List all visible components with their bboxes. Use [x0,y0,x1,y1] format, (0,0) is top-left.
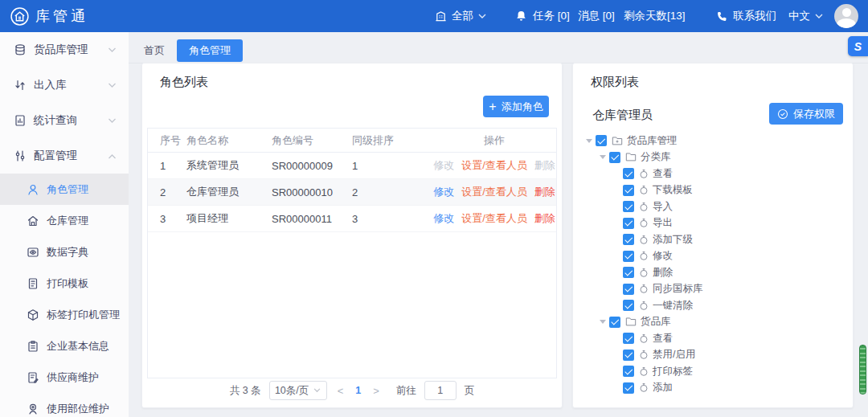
tree-node-label[interactable]: 删除 [653,266,673,280]
sidebar-subitem-5[interactable]: 企业基本信息 [0,330,129,362]
save-permissions-button[interactable]: 保存权限 [769,103,843,125]
tree-checkbox[interactable] [623,234,634,245]
set-view-members-link[interactable]: 设置/查看人员 [461,211,527,226]
tree-checkbox[interactable] [623,284,634,295]
row-index: 2 [148,186,186,198]
printer-icon [27,309,39,321]
goto-page-input[interactable] [424,381,457,400]
tree-node-label[interactable]: 导出 [653,216,673,230]
tree-node-label[interactable]: 禁用/启用 [653,348,695,362]
add-role-button[interactable]: + 添加角色 [483,96,549,117]
tree-node-label[interactable]: 添加下级 [653,233,693,247]
delete-link[interactable]: 删除 [534,185,555,199]
tree-checkbox[interactable] [623,366,634,377]
delete-link[interactable]: 删除 [534,211,555,226]
set-view-members-link[interactable]: 设置/查看人员 [461,185,527,199]
leaf-icon [639,218,649,228]
tree-node-label[interactable]: 同步国标库 [653,282,703,296]
bell-icon [515,10,527,22]
tree-checkbox[interactable] [596,135,607,146]
tree-checkbox[interactable] [623,201,634,212]
contact-us-link[interactable]: 联系我们 [716,0,776,32]
role-table: 序号角色名称角色编号同级排序操作 1系统管理员SR000000091修改设置/查… [147,128,557,378]
tree-node-label[interactable]: 打印标签 [653,365,693,378]
tab-bar: 首页角色管理 [129,39,868,63]
next-page-button[interactable]: > [371,385,382,397]
tree-node-label[interactable]: 货品库 [641,315,671,329]
permission-title: 权限列表 [591,75,639,90]
tree-node-label[interactable]: 货品库管理 [627,134,678,148]
prev-page-button[interactable]: < [335,385,346,397]
tree-checkbox[interactable] [623,333,634,344]
tree-checkbox[interactable] [623,267,634,278]
inout-icon [14,79,27,92]
tree-checkbox[interactable] [609,317,620,328]
sidebar-item-2[interactable]: 统计查询 [0,103,129,138]
tree-checkbox[interactable] [623,168,634,179]
tab-1[interactable]: 角色管理 [177,39,243,62]
tree-expand-caret[interactable] [596,152,609,162]
user-avatar[interactable] [834,0,858,32]
sidebar-subitem-1[interactable]: 仓库管理 [0,205,129,236]
tree-node-label[interactable]: 添加 [653,381,673,395]
notification-bell[interactable] [515,0,527,32]
main-content: 首页角色管理 角色列表 + 添加角色 序号角色名称角色编号同级排序操作 1系统管… [129,32,868,417]
app-logo-icon [10,6,30,27]
leaf-icon [639,251,649,261]
chevron-down-icon [108,83,117,88]
page-number[interactable]: 1 [354,385,362,396]
sidebar-item-3[interactable]: 配置管理 [0,138,129,174]
tasks-link[interactable]: 任务 [0] [533,0,570,32]
tree-expand-caret[interactable] [583,136,596,146]
floating-extension-button[interactable]: S [848,36,868,56]
tree-node-label[interactable]: 导入 [653,200,673,214]
tree-node-label[interactable]: 查看 [653,167,673,181]
modify-link[interactable]: 修改 [433,185,454,199]
page-size-select[interactable]: 10条/页 [269,381,327,400]
sidebar-subitem-label: 标签打印机管理 [47,308,120,322]
days-left-badge[interactable]: 剩余天数[13] [624,0,686,32]
tree-node-label[interactable]: 分类库 [641,150,671,164]
goto-label: 前往 [396,384,416,398]
sidebar-item-1[interactable]: 出入库 [0,67,129,103]
app-name: 库管通 [35,6,88,26]
permission-panel: 权限列表 仓库管理员 保存权限 货品库管理分类库查看下载模板导入导出添加下级修改… [572,63,854,408]
language-selector[interactable]: 中文 [788,0,823,32]
tree-checkbox[interactable] [623,218,634,229]
permission-tree: 货品库管理分类库查看下载模板导入导出添加下级修改删除同步国标库一键清除货品库查看… [581,133,848,403]
tree-checkbox[interactable] [623,185,634,196]
building-icon [435,10,447,22]
sidebar-subitem-2[interactable]: 数据字典 [0,236,129,268]
chevron-down-icon [108,47,117,53]
tree-row: 删除 [581,264,848,281]
sidebar-item-0[interactable]: 货品库管理 [0,32,129,67]
set-view-members-link[interactable]: 设置/查看人员 [461,158,527,173]
sidebar-subitem-0[interactable]: 角色管理 [0,174,129,205]
sidebar-subitem-6[interactable]: 供应商维护 [0,362,129,393]
tree-node-label[interactable]: 修改 [653,249,673,263]
chevron-down-icon [108,118,117,124]
tree-node-label[interactable]: 查看 [653,332,673,345]
sidebar-subitem-3[interactable]: 打印模板 [0,268,129,299]
leaf-icon [639,300,649,311]
tree-row: 导出 [581,215,848,232]
tree-node-label[interactable]: 一键清除 [653,299,693,313]
sidebar-subitem-4[interactable]: 标签打印机管理 [0,299,129,330]
sidebar-subitem-label: 打印模板 [47,276,88,291]
template-icon [27,277,39,290]
scrollbar-thumb[interactable] [859,345,866,395]
tree-checkbox[interactable] [623,251,634,262]
tree-checkbox[interactable] [623,350,634,361]
sidebar-subitem-7[interactable]: 使用部位维护 [0,393,129,417]
tree-expand-caret[interactable] [596,317,609,327]
tree-node-label[interactable]: 下载模板 [653,183,693,197]
tree-checkbox[interactable] [609,152,620,163]
messages-link[interactable]: 消息 [0] [578,0,615,32]
tab-0[interactable]: 首页 [137,39,172,62]
tree-checkbox[interactable] [623,300,634,311]
table-row: 2仓库管理员SR000000102修改设置/查看人员删除 [148,179,556,206]
scope-selector[interactable]: 全部 [435,0,486,32]
modify-link[interactable]: 修改 [433,211,454,226]
tree-checkbox[interactable] [623,382,634,394]
role-order-cell: 2 [352,186,432,198]
